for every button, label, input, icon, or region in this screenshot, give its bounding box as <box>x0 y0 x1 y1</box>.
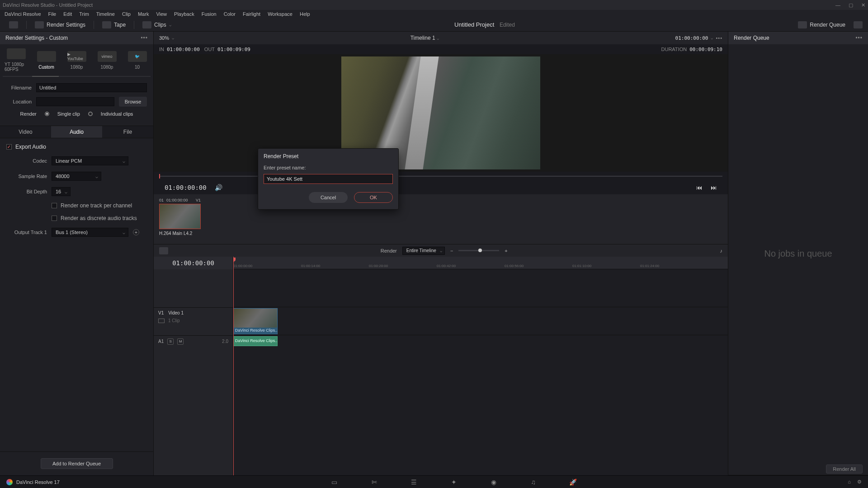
clip-index: 01 <box>159 198 164 202</box>
cut-page-icon[interactable]: ✄ <box>370 478 378 486</box>
render-one-track-checkbox[interactable] <box>52 203 57 208</box>
samplerate-label: Sample Rate <box>6 174 47 179</box>
menu-clip[interactable]: Clip <box>122 11 131 17</box>
top-toolbar: Render Settings Tape Clips⌵ Untitled Pro… <box>0 18 868 32</box>
menu-color[interactable]: Color <box>224 11 236 17</box>
panel-menu-icon[interactable]: ••• <box>141 35 148 41</box>
render-all-button[interactable]: Render All <box>826 465 863 474</box>
clips-button[interactable]: Clips⌵ <box>139 20 175 29</box>
zoom-out-icon[interactable]: − <box>450 248 453 253</box>
viewer-timeline-name[interactable]: Timeline 1 <box>410 35 435 41</box>
mute-button[interactable]: M <box>177 338 184 345</box>
menu-app[interactable]: DaVinci Resolve <box>5 11 41 17</box>
audio-clip[interactable]: DaVinci Resolve Clips... <box>233 336 278 346</box>
export-audio-checkbox[interactable] <box>6 144 12 150</box>
render-label: Render <box>20 111 37 117</box>
preset-youtube-1080p[interactable]: ▶ YouTube1080p <box>65 51 88 70</box>
app-logo-icon <box>6 479 13 485</box>
filename-input[interactable] <box>36 83 147 92</box>
settings-icon[interactable]: ⚙ <box>857 479 862 485</box>
bitdepth-label: Bit Depth <box>6 189 47 194</box>
tab-audio[interactable]: Audio <box>51 126 102 138</box>
close-icon[interactable]: ✕ <box>861 2 865 8</box>
menu-timeline[interactable]: Timeline <box>96 11 115 17</box>
add-track-button[interactable]: + <box>133 229 139 235</box>
menu-trim[interactable]: Trim <box>79 11 89 17</box>
menu-fusion[interactable]: Fusion <box>202 11 217 17</box>
menu-workspace[interactable]: Workspace <box>268 11 292 17</box>
video-viewer[interactable] <box>154 54 728 172</box>
menu-view[interactable]: View <box>156 11 167 17</box>
clip-timecode: 01:00:00:00 <box>166 198 188 202</box>
project-edited-label: Edited <box>500 22 515 28</box>
fairlight-page-icon[interactable]: ♫ <box>529 478 538 486</box>
clip-codec-label: H.264 Main L4.2 <box>159 231 201 236</box>
playhead[interactable] <box>233 257 234 475</box>
tab-video[interactable]: Video <box>0 126 51 138</box>
video-track-header[interactable]: V1Video 1 1 Clip <box>154 307 233 335</box>
deliver-icon-button[interactable] <box>5 20 22 29</box>
preset-name-input[interactable] <box>264 174 393 184</box>
menu-file[interactable]: File <box>48 11 57 17</box>
video-clip[interactable]: DaVinci Resolve Clips... <box>233 308 278 334</box>
tape-button[interactable]: Tape <box>99 20 129 29</box>
render-discrete-checkbox[interactable] <box>52 216 57 221</box>
tab-file[interactable]: File <box>102 126 153 138</box>
volume-icon[interactable]: 🔊 <box>215 184 222 191</box>
music-icon[interactable]: ♪ <box>720 248 723 253</box>
maximize-icon[interactable]: ▢ <box>849 2 853 8</box>
viewer-timecode[interactable]: 01:00:00:00 <box>675 35 708 41</box>
viewer-menu-icon[interactable]: ••• <box>716 35 722 41</box>
audio-track-header[interactable]: A1 S M 2.0 <box>154 335 233 347</box>
location-label: Location <box>6 99 32 104</box>
clip-thumbnail[interactable]: 01 01:00:00:00 V1 H.264 Main L4.2 <box>159 198 201 240</box>
render-queue-button[interactable]: Render Queue <box>794 20 849 29</box>
preset-twitter[interactable]: 🐦10 <box>126 51 149 70</box>
viewer-scrubber[interactable] <box>154 172 728 181</box>
next-clip-icon[interactable]: ⏭ <box>711 184 717 191</box>
cancel-button[interactable]: Cancel <box>309 192 348 203</box>
in-timecode: 01:00:00:00 <box>167 47 200 52</box>
add-to-render-queue-button[interactable]: Add to Render Queue <box>41 458 113 469</box>
viewer-zoom[interactable]: 30% <box>159 35 169 41</box>
queue-empty-message: No jobs in queue <box>728 44 868 463</box>
browse-button[interactable]: Browse <box>119 97 147 107</box>
clip-track: V1 <box>196 198 201 202</box>
edit-page-icon[interactable]: ☰ <box>410 478 418 486</box>
output-track-dropdown[interactable]: Bus 1 (Stereo) <box>52 228 128 237</box>
menu-fairlight[interactable]: Fairlight <box>243 11 260 17</box>
center-panel: 30% ⌵ Timeline 1 ⌵ 01:00:00:00 ⌵ ••• IN0… <box>154 32 728 475</box>
home-icon[interactable]: ⌂ <box>848 479 851 485</box>
minimize-icon[interactable]: — <box>835 2 840 8</box>
bitdepth-dropdown[interactable]: 16 <box>52 187 71 196</box>
location-input[interactable] <box>36 97 114 106</box>
media-page-icon[interactable]: ▭ <box>330 478 339 486</box>
preset-yt1080p60[interactable]: YT 1080p 60FPS <box>5 48 28 72</box>
preset-vimeo-1080p[interactable]: vimeo1080p <box>95 51 118 70</box>
fusion-page-icon[interactable]: ✦ <box>450 478 458 486</box>
duration-timecode: 00:00:09:10 <box>689 47 722 52</box>
deliver-page-icon[interactable]: 🚀 <box>569 478 577 486</box>
preset-custom[interactable]: Custom <box>35 51 58 70</box>
render-settings-button[interactable]: Render Settings <box>31 20 89 29</box>
window-titlebar: DaVinci Resolve Studio - Untitled Projec… <box>0 0 868 10</box>
single-clip-radio[interactable] <box>45 112 49 116</box>
codec-dropdown[interactable]: Linear PCM <box>52 156 128 165</box>
zoom-in-icon[interactable]: + <box>505 248 507 253</box>
queue-menu-icon[interactable]: ••• <box>855 35 863 41</box>
prev-clip-icon[interactable]: ⏮ <box>696 184 703 191</box>
menu-mark[interactable]: Mark <box>138 11 149 17</box>
timeline-view-icon[interactable] <box>159 247 168 254</box>
render-range-dropdown[interactable]: Entire Timeline <box>402 247 445 255</box>
menu-playback[interactable]: Playback <box>174 11 194 17</box>
menu-edit[interactable]: Edit <box>63 11 72 17</box>
ok-button[interactable]: OK <box>354 192 393 203</box>
timeline-ruler[interactable]: 01:00:00:00 01:00:14:00 01:00:28:00 01:0… <box>233 257 728 269</box>
menu-help[interactable]: Help <box>300 11 310 17</box>
expand-icon[interactable] <box>854 21 863 28</box>
individual-clips-radio[interactable] <box>88 112 93 116</box>
solo-button[interactable]: S <box>167 338 174 345</box>
zoom-slider[interactable] <box>458 250 499 251</box>
samplerate-dropdown[interactable]: 48000 <box>52 172 101 181</box>
color-page-icon[interactable]: ◉ <box>490 478 498 486</box>
